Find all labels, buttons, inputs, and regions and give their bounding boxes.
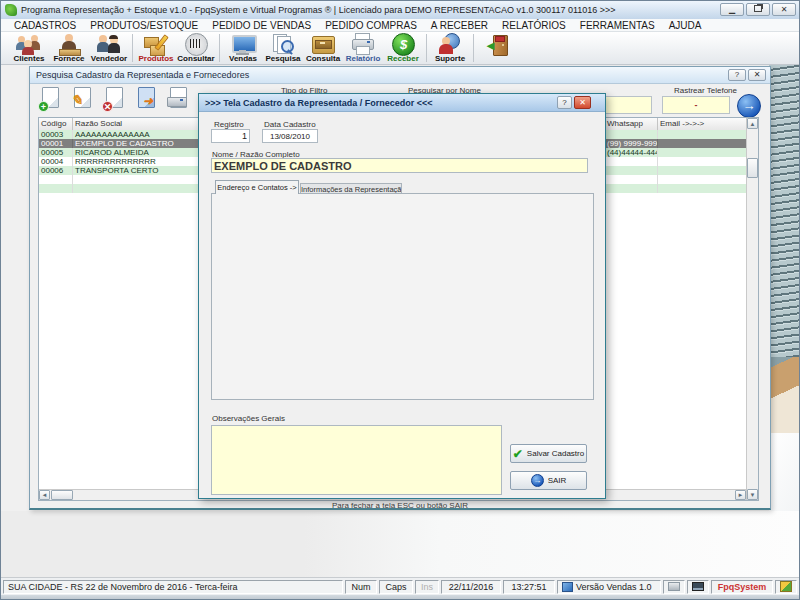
supplier-icon (56, 33, 82, 55)
delete-record-icon[interactable]: ✕ (102, 86, 128, 112)
status-time: 13:27:51 (503, 580, 555, 594)
menu-cadastros[interactable]: CADASTROS (7, 20, 83, 31)
toolbar-label: Consultar (176, 55, 216, 63)
status-bar: SUA CIDADE - RS 22 de Novembro de 2016 -… (1, 577, 799, 595)
menu-ajuda[interactable]: AJUDA (662, 20, 709, 31)
window-bottom-frame (1, 595, 799, 600)
menu-produtos-estoque[interactable]: PRODUTOS/ESTOQUE (83, 20, 205, 31)
registro-field[interactable] (211, 129, 250, 143)
toolbar-label: Relatório (343, 55, 383, 63)
observacoes-label: Observações Gerais (212, 414, 285, 423)
toolbar-separator (426, 34, 427, 62)
seller-icon (96, 33, 122, 55)
status-caps-lock: Caps (379, 580, 413, 594)
drawer-icon (310, 33, 336, 55)
tab-endereco-contatos[interactable]: Endereço e Contatos -> (215, 180, 299, 194)
toolbar-button-suporte[interactable]: Suporte (430, 32, 470, 64)
monitor-icon (692, 582, 704, 591)
grid-header-codigo[interactable]: Código (39, 118, 73, 130)
scroll-left-arrow[interactable]: ◄ (39, 490, 50, 500)
scroll-thumb[interactable] (747, 158, 758, 178)
scroll-down-arrow[interactable]: ▼ (747, 489, 758, 500)
browse-close-button[interactable]: ✕ (748, 69, 766, 81)
browse-footer-hint: Para fechar a tela ESC ou botão SAIR (30, 501, 770, 510)
status-location: SUA CIDADE - RS 22 de Novembro de 2016 -… (3, 580, 343, 594)
save-button[interactable]: ✔ Salvar Cadastro (510, 444, 587, 463)
toolbar-button-vendedor[interactable]: Vendedor (89, 32, 129, 64)
menu-pedido-de-vendas[interactable]: PEDIDO DE VENDAS (205, 20, 318, 31)
toolbar-label: Fornece (49, 55, 89, 63)
sales-monitor-icon (230, 33, 256, 55)
close-button[interactable]: ✕ (772, 3, 796, 16)
arrow-right-icon: → (531, 474, 544, 487)
app-title: Programa Representação + Estoque v1.0 - … (21, 5, 616, 15)
exit-button[interactable]: → SAIR (510, 471, 587, 490)
dollar-icon: $ (390, 33, 416, 55)
print-list-icon[interactable] (166, 86, 192, 112)
toolbar-label: Suporte (430, 55, 470, 63)
app-logo-icon (5, 4, 17, 16)
minimize-button[interactable]: ▁ (720, 3, 744, 16)
export-contacts-icon[interactable]: ➜ (134, 86, 160, 112)
status-num-lock: Num (345, 580, 377, 594)
toolbar-label: Vendas (223, 55, 263, 63)
dialog-close-button[interactable]: ✕ (574, 96, 591, 109)
toolbar-button-vendas[interactable]: Vendas (223, 32, 263, 64)
scroll-right-arrow[interactable]: ► (735, 490, 746, 500)
menu-pedido-compras[interactable]: PEDIDO COMPRAS (318, 20, 424, 31)
grid-header-email[interactable]: Email ->->-> (658, 118, 746, 130)
dialog-help-button[interactable]: ? (557, 96, 572, 109)
support-icon (437, 33, 463, 55)
app-mini-icon (780, 581, 792, 592)
grid-vertical-scrollbar[interactable]: ▲ ▼ (746, 118, 758, 500)
status-date: 22/11/2016 (441, 580, 501, 594)
toolbar-button-consultar[interactable]: Consultar (176, 32, 216, 64)
data-cadastro-field[interactable] (262, 129, 318, 143)
app-window: Programa Representação + Estoque v1.0 - … (0, 0, 800, 600)
edit-record-icon[interactable]: ✎ (70, 86, 96, 112)
scroll-thumb[interactable] (51, 490, 73, 500)
status-printer[interactable] (663, 580, 685, 594)
registro-label: Registro (214, 120, 244, 129)
scroll-up-arrow[interactable]: ▲ (747, 118, 758, 129)
grid-header-whatsapp[interactable]: Whatsapp (605, 118, 658, 130)
clients-icon (16, 33, 42, 55)
background-window-frame (769, 357, 799, 437)
toolbar-label: Vendedor (89, 55, 129, 63)
menu-relatorios[interactable]: RELATÓRIOS (495, 20, 573, 31)
toolbar-button-consulta[interactable]: Consulta (303, 32, 343, 64)
version-icon (562, 582, 573, 592)
menu-a-receber[interactable]: A RECEBER (424, 20, 495, 31)
background-blinds-photo (769, 65, 799, 361)
menu-bar: CADASTROS PRODUTOS/ESTOQUE PEDIDO DE VEN… (1, 19, 799, 32)
toolbar-button-exit[interactable]: ◄ (477, 32, 517, 64)
toolbar-separator (132, 34, 133, 62)
toolbar-button-receber[interactable]: $ Receber (383, 32, 423, 64)
toolbar-label: Clientes (9, 55, 49, 63)
trace-phone-input[interactable] (662, 96, 730, 114)
menu-ferramentas[interactable]: FERRAMENTAS (573, 20, 662, 31)
observacoes-textarea[interactable] (211, 425, 502, 495)
new-record-icon[interactable]: + (38, 86, 64, 112)
toolbar-button-fornece[interactable]: Fornece (49, 32, 89, 64)
toolbar-button-pesquisa[interactable]: Pesquisa (263, 32, 303, 64)
status-app-icon (775, 580, 797, 594)
restore-button[interactable] (746, 3, 770, 16)
browse-help-button[interactable]: ? (728, 69, 746, 81)
status-insert: Ins (415, 580, 439, 594)
toolbar-label: Consulta (303, 55, 343, 63)
toolbar-button-clientes[interactable]: Clientes (9, 32, 49, 64)
toolbar-button-produtos[interactable]: Produtos (136, 32, 176, 64)
barcode-icon (183, 33, 209, 55)
status-brand: FpqSystem (711, 580, 773, 594)
toolbar-button-relatorio[interactable]: Relatório (343, 32, 383, 64)
search-go-button[interactable]: → (737, 94, 761, 118)
main-toolbar: Clientes Fornece Vendedor (1, 32, 799, 65)
dialog-titlebar: >>> Tela Cadastro da Representada / Forn… (199, 94, 605, 112)
printer-icon (350, 33, 376, 55)
nome-razao-field[interactable] (211, 158, 588, 173)
toolbar-label: Receber (383, 55, 423, 63)
data-cadastro-label: Data Cadastro (264, 120, 316, 129)
status-monitor[interactable] (687, 580, 709, 594)
printer-icon (668, 582, 680, 591)
